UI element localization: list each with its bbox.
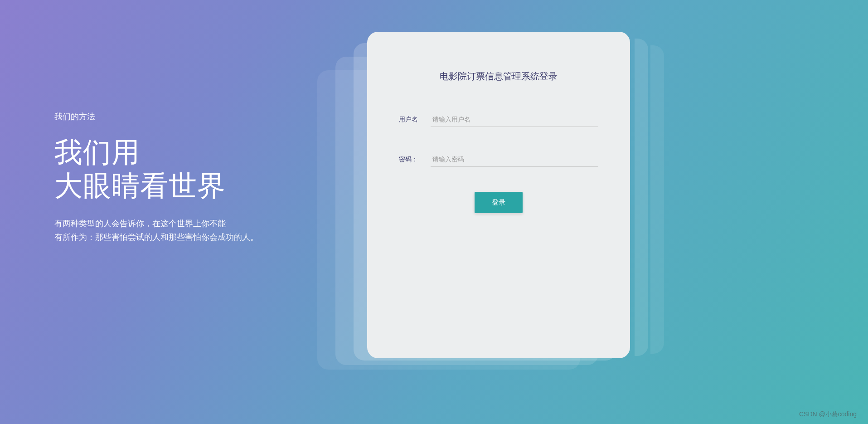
headline-line-2: 大眼睛看世界 [54,169,258,203]
login-card: 电影院订票信息管理系统登录 用户名 密码： 登录 [367,32,630,358]
subtext-line-2: 有所作为：那些害怕尝试的人和那些害怕你会成功的人。 [54,230,258,244]
card-layer-right-1 [635,39,648,356]
username-input[interactable] [431,112,598,127]
hero-caption: 我们的方法 [54,111,258,122]
login-title: 电影院订票信息管理系统登录 [399,70,598,83]
submit-row: 登录 [399,192,598,213]
password-label: 密码： [399,156,431,164]
username-label: 用户名 [399,116,431,124]
card-layer-right-2 [650,45,664,354]
headline-line-1: 我们用 [54,136,258,169]
hero-section: 我们的方法 我们用 大眼睛看世界 有两种类型的人会告诉你，在这个世界上你不能 有… [54,111,258,244]
hero-headline: 我们用 大眼睛看世界 [54,136,258,203]
password-row: 密码： [399,152,598,167]
subtext-line-1: 有两种类型的人会告诉你，在这个世界上你不能 [54,217,258,231]
login-card-stack: 电影院订票信息管理系统登录 用户名 密码： 登录 [342,32,605,349]
login-button[interactable]: 登录 [475,192,523,213]
hero-subtext: 有两种类型的人会告诉你，在这个世界上你不能 有所作为：那些害怕尝试的人和那些害怕… [54,217,258,244]
watermark-text: CSDN @小蔡coding [799,410,857,419]
password-input[interactable] [431,152,598,167]
username-row: 用户名 [399,112,598,127]
